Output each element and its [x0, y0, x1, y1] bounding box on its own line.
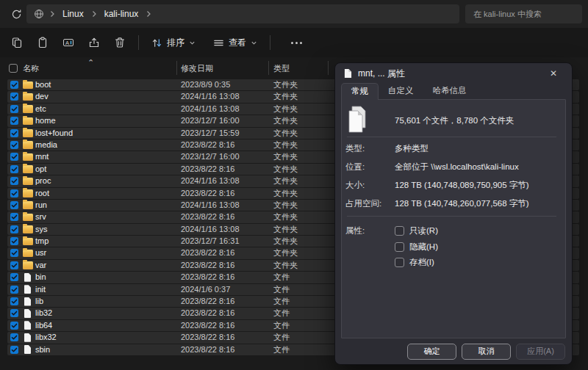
select-all-checkbox[interactable] — [9, 64, 18, 73]
sort-label: 排序 — [167, 37, 184, 49]
row-checkbox[interactable] — [10, 92, 18, 101]
row-checkbox[interactable] — [10, 286, 18, 294]
row-date: 2023/8/22 8:16 — [181, 139, 234, 150]
row-checkbox[interactable] — [10, 297, 18, 305]
row-checkbox[interactable] — [10, 129, 18, 137]
summary-row: 75,601 个文件，8,780 个文件夹 — [345, 104, 558, 137]
file-name: tmp — [35, 236, 49, 247]
share-button[interactable] — [81, 32, 107, 54]
column-divider[interactable] — [176, 61, 177, 75]
general-tab-page: 75,601 个文件，8,780 个文件夹 类型: 多种类型 位置: 全部位于 … — [341, 99, 566, 338]
attribute-checkbox[interactable] — [395, 226, 404, 236]
cancel-button[interactable]: 取消 — [462, 344, 511, 360]
title-bar: Linux kali-linux — [0, 0, 588, 28]
row-type: 文件夹 — [273, 139, 298, 150]
sort-button[interactable]: 排序 — [145, 32, 202, 54]
file-name: libx32 — [35, 332, 57, 343]
row-checkbox[interactable] — [10, 309, 18, 317]
attribute-checkbox[interactable] — [395, 242, 404, 252]
attribute-option[interactable]: 只读(R) — [395, 223, 558, 239]
trash-icon — [114, 37, 126, 48]
row-type: 文件夹 — [273, 224, 298, 235]
file-name: proc — [35, 175, 51, 186]
row-checkbox[interactable] — [10, 201, 18, 209]
row-checkbox[interactable] — [10, 322, 18, 330]
paste-button[interactable] — [29, 32, 55, 54]
copy-button[interactable] — [4, 32, 29, 54]
address-bar[interactable]: Linux kali-linux — [26, 4, 459, 23]
file-name: init — [35, 284, 46, 295]
column-header-type[interactable]: 类型 — [273, 63, 290, 74]
check-icon — [11, 202, 18, 208]
breadcrumb-item-linux[interactable]: Linux — [60, 8, 86, 20]
row-checkbox[interactable] — [10, 333, 18, 341]
file-count-summary: 75,601 个文件，8,780 个文件夹 — [395, 115, 514, 126]
row-type: 文件 — [273, 332, 290, 343]
row-checkbox[interactable] — [10, 225, 18, 233]
folder-icon — [23, 141, 33, 149]
file-name: lib32 — [35, 308, 52, 319]
breadcrumb-item-kali-linux[interactable]: kali-linux — [102, 8, 141, 20]
sort-arrows-icon — [151, 37, 162, 48]
view-label: 查看 — [229, 37, 246, 49]
dialog-tab[interactable]: 自定义 — [379, 83, 423, 99]
row-checkbox[interactable] — [10, 141, 18, 149]
attribute-option[interactable]: 隐藏(H) — [395, 239, 558, 255]
refresh-button[interactable] — [9, 8, 24, 21]
row-date: 2024/1/16 13:08 — [181, 91, 240, 102]
file-name: run — [35, 200, 47, 211]
check-icon — [11, 190, 18, 197]
row-checkbox[interactable] — [10, 346, 18, 354]
row-date: 2023/8/22 8:16 — [181, 332, 234, 343]
attribute-option[interactable]: 存档(I) — [395, 255, 558, 271]
row-checkbox[interactable] — [10, 165, 18, 173]
view-button[interactable]: 查看 — [207, 32, 264, 54]
row-checkbox[interactable] — [10, 105, 18, 113]
more-button[interactable] — [284, 42, 309, 44]
row-checkbox[interactable] — [10, 249, 18, 257]
search-input[interactable] — [465, 4, 582, 23]
column-divider[interactable] — [328, 61, 329, 75]
ok-button[interactable]: 确定 — [407, 344, 456, 360]
row-type: 文件夹 — [273, 128, 298, 139]
rename-icon: A — [62, 37, 74, 48]
close-button[interactable]: ✕ — [544, 65, 563, 81]
row-checkbox[interactable] — [10, 189, 18, 197]
rename-button[interactable]: A — [55, 32, 81, 54]
attribute-label: 隐藏(H) — [409, 242, 438, 253]
row-checkbox[interactable] — [10, 237, 18, 245]
row-checkbox[interactable] — [10, 153, 18, 161]
attribute-checkbox[interactable] — [395, 258, 404, 267]
column-divider[interactable] — [268, 61, 269, 75]
row-date: 2023/12/7 16:00 — [181, 115, 240, 126]
check-icon — [11, 106, 18, 112]
check-icon — [11, 262, 18, 269]
property-field-row: 位置: 全部位于 \\wsl.localhost\kali-linux — [345, 158, 558, 176]
row-date: 2024/1/16 13:08 — [181, 175, 240, 186]
dialog-tab[interactable]: 常规 — [341, 83, 379, 100]
row-type: 文件夹 — [273, 188, 298, 199]
column-header-name[interactable]: 名称 — [23, 63, 39, 74]
row-date: 2023/8/22 8:16 — [181, 247, 234, 258]
row-type: 文件夹 — [273, 211, 298, 222]
dialog-tab[interactable]: 哈希信息 — [423, 83, 476, 99]
apply-button[interactable]: 应用(A) — [516, 344, 565, 360]
row-date: 2023/12/7 16:31 — [181, 236, 240, 247]
row-type: 文件夹 — [273, 164, 298, 175]
row-checkbox[interactable] — [10, 81, 18, 89]
row-checkbox[interactable] — [10, 273, 18, 281]
ellipsis-icon — [291, 42, 293, 44]
file-name: bin — [35, 272, 46, 283]
column-header-date[interactable]: 修改日期 — [181, 63, 213, 74]
delete-button[interactable] — [107, 32, 132, 54]
row-checkbox[interactable] — [10, 261, 18, 269]
folder-icon — [23, 238, 33, 246]
folder-icon — [23, 93, 33, 101]
dialog-title: mnt, ... 属性 — [358, 68, 405, 80]
folder-icon — [23, 261, 33, 269]
row-checkbox[interactable] — [10, 177, 18, 185]
dialog-button-bar: 确定取消应用(A) — [335, 338, 572, 364]
chevron-down-icon — [251, 40, 257, 46]
row-checkbox[interactable] — [10, 117, 18, 125]
row-checkbox[interactable] — [10, 213, 18, 221]
